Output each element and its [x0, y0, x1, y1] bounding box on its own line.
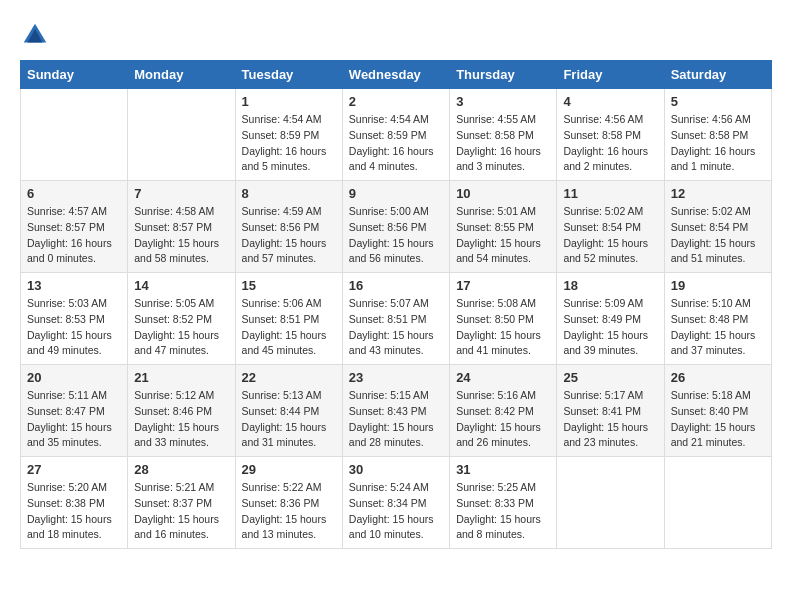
calendar-day-cell: 18Sunrise: 5:09 AM Sunset: 8:49 PM Dayli… [557, 273, 664, 365]
calendar-empty-cell [664, 457, 771, 549]
day-info: Sunrise: 4:55 AM Sunset: 8:58 PM Dayligh… [456, 112, 550, 175]
day-number: 4 [563, 94, 657, 109]
day-info: Sunrise: 4:57 AM Sunset: 8:57 PM Dayligh… [27, 204, 121, 267]
day-info: Sunrise: 5:02 AM Sunset: 8:54 PM Dayligh… [563, 204, 657, 267]
logo [20, 20, 54, 50]
calendar-day-cell: 17Sunrise: 5:08 AM Sunset: 8:50 PM Dayli… [450, 273, 557, 365]
day-info: Sunrise: 5:13 AM Sunset: 8:44 PM Dayligh… [242, 388, 336, 451]
day-number: 6 [27, 186, 121, 201]
calendar-day-cell: 3Sunrise: 4:55 AM Sunset: 8:58 PM Daylig… [450, 89, 557, 181]
calendar-day-cell: 22Sunrise: 5:13 AM Sunset: 8:44 PM Dayli… [235, 365, 342, 457]
weekday-header-friday: Friday [557, 61, 664, 89]
weekday-header-wednesday: Wednesday [342, 61, 449, 89]
day-number: 7 [134, 186, 228, 201]
day-number: 12 [671, 186, 765, 201]
calendar-week-row: 1Sunrise: 4:54 AM Sunset: 8:59 PM Daylig… [21, 89, 772, 181]
day-info: Sunrise: 5:07 AM Sunset: 8:51 PM Dayligh… [349, 296, 443, 359]
day-number: 11 [563, 186, 657, 201]
day-number: 21 [134, 370, 228, 385]
calendar-day-cell: 21Sunrise: 5:12 AM Sunset: 8:46 PM Dayli… [128, 365, 235, 457]
weekday-header-thursday: Thursday [450, 61, 557, 89]
day-number: 14 [134, 278, 228, 293]
calendar-day-cell: 10Sunrise: 5:01 AM Sunset: 8:55 PM Dayli… [450, 181, 557, 273]
day-number: 24 [456, 370, 550, 385]
day-info: Sunrise: 5:10 AM Sunset: 8:48 PM Dayligh… [671, 296, 765, 359]
calendar-day-cell: 16Sunrise: 5:07 AM Sunset: 8:51 PM Dayli… [342, 273, 449, 365]
day-info: Sunrise: 5:03 AM Sunset: 8:53 PM Dayligh… [27, 296, 121, 359]
calendar-day-cell: 2Sunrise: 4:54 AM Sunset: 8:59 PM Daylig… [342, 89, 449, 181]
day-number: 22 [242, 370, 336, 385]
day-number: 20 [27, 370, 121, 385]
calendar-day-cell: 27Sunrise: 5:20 AM Sunset: 8:38 PM Dayli… [21, 457, 128, 549]
day-number: 18 [563, 278, 657, 293]
calendar-day-cell: 13Sunrise: 5:03 AM Sunset: 8:53 PM Dayli… [21, 273, 128, 365]
calendar-day-cell: 26Sunrise: 5:18 AM Sunset: 8:40 PM Dayli… [664, 365, 771, 457]
calendar-day-cell: 5Sunrise: 4:56 AM Sunset: 8:58 PM Daylig… [664, 89, 771, 181]
calendar-empty-cell [128, 89, 235, 181]
day-number: 2 [349, 94, 443, 109]
day-number: 15 [242, 278, 336, 293]
day-number: 5 [671, 94, 765, 109]
day-info: Sunrise: 5:12 AM Sunset: 8:46 PM Dayligh… [134, 388, 228, 451]
calendar-day-cell: 15Sunrise: 5:06 AM Sunset: 8:51 PM Dayli… [235, 273, 342, 365]
day-info: Sunrise: 5:01 AM Sunset: 8:55 PM Dayligh… [456, 204, 550, 267]
day-info: Sunrise: 5:24 AM Sunset: 8:34 PM Dayligh… [349, 480, 443, 543]
calendar-day-cell: 25Sunrise: 5:17 AM Sunset: 8:41 PM Dayli… [557, 365, 664, 457]
day-info: Sunrise: 5:00 AM Sunset: 8:56 PM Dayligh… [349, 204, 443, 267]
day-number: 10 [456, 186, 550, 201]
day-number: 3 [456, 94, 550, 109]
calendar-day-cell: 19Sunrise: 5:10 AM Sunset: 8:48 PM Dayli… [664, 273, 771, 365]
day-info: Sunrise: 5:05 AM Sunset: 8:52 PM Dayligh… [134, 296, 228, 359]
day-info: Sunrise: 5:22 AM Sunset: 8:36 PM Dayligh… [242, 480, 336, 543]
day-number: 1 [242, 94, 336, 109]
calendar-day-cell: 9Sunrise: 5:00 AM Sunset: 8:56 PM Daylig… [342, 181, 449, 273]
day-number: 23 [349, 370, 443, 385]
weekday-header-saturday: Saturday [664, 61, 771, 89]
day-info: Sunrise: 5:08 AM Sunset: 8:50 PM Dayligh… [456, 296, 550, 359]
calendar-day-cell: 20Sunrise: 5:11 AM Sunset: 8:47 PM Dayli… [21, 365, 128, 457]
page-header [20, 20, 772, 50]
day-info: Sunrise: 5:02 AM Sunset: 8:54 PM Dayligh… [671, 204, 765, 267]
logo-icon [20, 20, 50, 50]
day-number: 26 [671, 370, 765, 385]
day-number: 29 [242, 462, 336, 477]
day-number: 31 [456, 462, 550, 477]
calendar-day-cell: 12Sunrise: 5:02 AM Sunset: 8:54 PM Dayli… [664, 181, 771, 273]
calendar-week-row: 13Sunrise: 5:03 AM Sunset: 8:53 PM Dayli… [21, 273, 772, 365]
calendar-week-row: 20Sunrise: 5:11 AM Sunset: 8:47 PM Dayli… [21, 365, 772, 457]
day-info: Sunrise: 5:16 AM Sunset: 8:42 PM Dayligh… [456, 388, 550, 451]
calendar-day-cell: 8Sunrise: 4:59 AM Sunset: 8:56 PM Daylig… [235, 181, 342, 273]
day-number: 25 [563, 370, 657, 385]
day-info: Sunrise: 4:56 AM Sunset: 8:58 PM Dayligh… [671, 112, 765, 175]
calendar-empty-cell [21, 89, 128, 181]
calendar-empty-cell [557, 457, 664, 549]
day-info: Sunrise: 5:17 AM Sunset: 8:41 PM Dayligh… [563, 388, 657, 451]
weekday-header-tuesday: Tuesday [235, 61, 342, 89]
weekday-header-sunday: Sunday [21, 61, 128, 89]
calendar-day-cell: 31Sunrise: 5:25 AM Sunset: 8:33 PM Dayli… [450, 457, 557, 549]
day-info: Sunrise: 5:18 AM Sunset: 8:40 PM Dayligh… [671, 388, 765, 451]
day-number: 17 [456, 278, 550, 293]
calendar-day-cell: 23Sunrise: 5:15 AM Sunset: 8:43 PM Dayli… [342, 365, 449, 457]
calendar-day-cell: 4Sunrise: 4:56 AM Sunset: 8:58 PM Daylig… [557, 89, 664, 181]
calendar-day-cell: 30Sunrise: 5:24 AM Sunset: 8:34 PM Dayli… [342, 457, 449, 549]
calendar-day-cell: 29Sunrise: 5:22 AM Sunset: 8:36 PM Dayli… [235, 457, 342, 549]
day-info: Sunrise: 4:54 AM Sunset: 8:59 PM Dayligh… [349, 112, 443, 175]
calendar-day-cell: 1Sunrise: 4:54 AM Sunset: 8:59 PM Daylig… [235, 89, 342, 181]
day-number: 30 [349, 462, 443, 477]
calendar-day-cell: 6Sunrise: 4:57 AM Sunset: 8:57 PM Daylig… [21, 181, 128, 273]
day-info: Sunrise: 4:54 AM Sunset: 8:59 PM Dayligh… [242, 112, 336, 175]
day-number: 28 [134, 462, 228, 477]
day-info: Sunrise: 5:15 AM Sunset: 8:43 PM Dayligh… [349, 388, 443, 451]
day-info: Sunrise: 5:21 AM Sunset: 8:37 PM Dayligh… [134, 480, 228, 543]
day-number: 27 [27, 462, 121, 477]
calendar-day-cell: 11Sunrise: 5:02 AM Sunset: 8:54 PM Dayli… [557, 181, 664, 273]
day-number: 9 [349, 186, 443, 201]
day-number: 13 [27, 278, 121, 293]
calendar-day-cell: 14Sunrise: 5:05 AM Sunset: 8:52 PM Dayli… [128, 273, 235, 365]
weekday-header-monday: Monday [128, 61, 235, 89]
day-info: Sunrise: 5:06 AM Sunset: 8:51 PM Dayligh… [242, 296, 336, 359]
calendar-week-row: 27Sunrise: 5:20 AM Sunset: 8:38 PM Dayli… [21, 457, 772, 549]
day-info: Sunrise: 4:56 AM Sunset: 8:58 PM Dayligh… [563, 112, 657, 175]
day-number: 16 [349, 278, 443, 293]
